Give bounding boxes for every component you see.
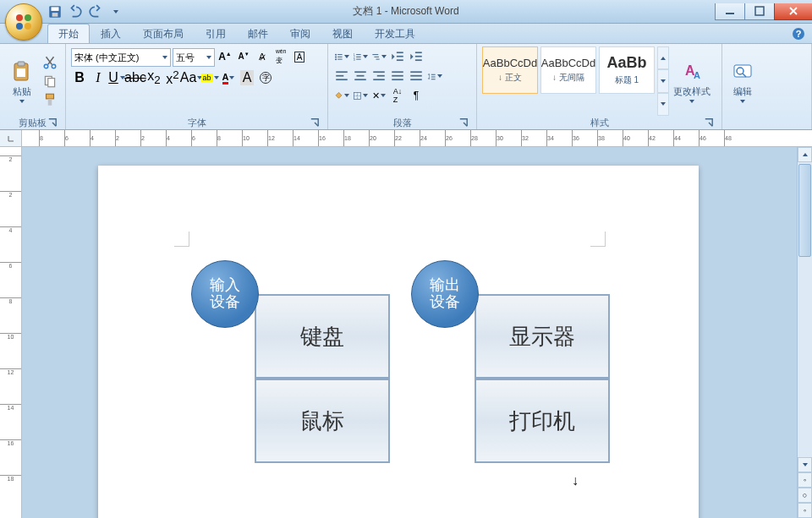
style-heading1[interactable]: AaBb标题 1: [599, 46, 655, 94]
multilevel-button[interactable]: [370, 48, 387, 65]
vertical-ruler[interactable]: 224681012141618: [0, 147, 22, 518]
close-button[interactable]: [774, 3, 812, 20]
scroll-track[interactable]: [798, 162, 812, 457]
chevron-down-icon: [661, 102, 666, 106]
font-size-combo[interactable]: 五号: [173, 48, 215, 67]
tab-insert[interactable]: 插入: [90, 24, 132, 43]
tab-review[interactable]: 审阅: [279, 24, 321, 43]
style-normal[interactable]: AaBbCcDd↓ 正文: [482, 46, 538, 94]
styles-row-down[interactable]: [657, 69, 669, 92]
change-styles-button[interactable]: AA 更改样式: [672, 46, 712, 116]
shading-button[interactable]: [333, 87, 350, 104]
italic-button[interactable]: I: [90, 69, 107, 86]
minimize-button[interactable]: [715, 3, 745, 20]
chevron-down-icon: [162, 56, 167, 59]
paragraph-dialog-launcher[interactable]: [458, 117, 469, 128]
scroll-down-button[interactable]: [798, 457, 812, 472]
scroll-up-button[interactable]: [798, 147, 812, 162]
character-border-button[interactable]: A: [291, 48, 308, 65]
office-logo-icon: [14, 12, 34, 32]
svg-rect-34: [376, 58, 380, 59]
borders-button[interactable]: [352, 87, 369, 104]
decrease-indent-button[interactable]: [389, 48, 406, 65]
font-group-label: 字体: [188, 117, 206, 129]
shape-rect-printer[interactable]: 打印机: [475, 379, 610, 463]
qat-customize[interactable]: [108, 4, 123, 19]
copy-button[interactable]: [41, 73, 58, 90]
strikethrough-button[interactable]: abc: [127, 69, 144, 86]
asian-layout-button[interactable]: ✕: [370, 87, 387, 104]
font-name-combo[interactable]: 宋体 (中文正文): [71, 48, 171, 67]
align-right-button[interactable]: [370, 68, 387, 85]
browse-object-button[interactable]: ○: [798, 488, 812, 503]
enclose-char-button[interactable]: 字: [257, 69, 274, 86]
styles-row-up[interactable]: [657, 46, 669, 69]
clear-formatting-button[interactable]: A̷: [254, 48, 271, 65]
prev-page-button[interactable]: ◦: [798, 472, 812, 488]
line-spacing-button[interactable]: [426, 68, 443, 85]
svg-rect-23: [337, 56, 343, 57]
shape-rect-monitor[interactable]: 显示器: [475, 294, 610, 379]
redo-icon: [88, 4, 103, 19]
highlight-icon: ab: [201, 74, 213, 82]
align-center-button[interactable]: [352, 68, 369, 85]
next-page-button[interactable]: ◦: [798, 503, 812, 518]
horizontal-ruler[interactable]: 8642246810121416182022242628303234363840…: [22, 130, 812, 146]
qat-save[interactable]: [47, 4, 63, 19]
editing-button[interactable]: 编辑: [727, 46, 758, 116]
shrink-font-button[interactable]: A▼: [235, 48, 252, 65]
tab-developer[interactable]: 开发工具: [364, 24, 426, 43]
format-painter-button[interactable]: [41, 91, 58, 108]
show-marks-button[interactable]: ¶: [408, 87, 425, 104]
distributed-button[interactable]: [408, 68, 425, 85]
borders-icon: [353, 91, 362, 101]
phonetic-guide-button[interactable]: wén变: [272, 48, 289, 65]
grow-font-button[interactable]: A▲: [217, 48, 233, 65]
tab-mailings[interactable]: 邮件: [237, 24, 279, 43]
help-button[interactable]: ?: [792, 27, 805, 41]
superscript-button[interactable]: x2: [164, 69, 181, 86]
char-shading-button[interactable]: A: [239, 69, 255, 86]
tab-selector[interactable]: [0, 130, 22, 146]
shrink-font-icon: A▼: [238, 52, 249, 61]
launcher-icon: [703, 117, 715, 128]
style-nospacing[interactable]: AaBbCcDd↓ 无间隔: [540, 46, 596, 94]
tab-home[interactable]: 开始: [47, 24, 90, 43]
tab-references[interactable]: 引用: [195, 24, 237, 43]
styles-dialog-launcher[interactable]: [703, 117, 715, 128]
increase-indent-button[interactable]: [408, 48, 425, 65]
clipboard-dialog-launcher[interactable]: [47, 117, 58, 128]
shape-rect-keyboard[interactable]: 键盘: [255, 294, 390, 379]
paste-button[interactable]: 粘贴: [5, 46, 39, 116]
tab-view[interactable]: 视图: [321, 24, 364, 43]
bold-icon: B: [74, 70, 85, 85]
chevron-down-icon: [661, 79, 666, 83]
font-dialog-launcher[interactable]: [309, 117, 321, 128]
bullets-button[interactable]: [333, 48, 350, 65]
document-area[interactable]: 输入 设备 键盘 鼠标 输出 设备 显示器 打印机 ↓: [22, 147, 797, 518]
highlight-button[interactable]: ab: [201, 69, 218, 86]
styles-expand[interactable]: [657, 93, 669, 116]
tab-pagelayout[interactable]: 页面布局: [132, 24, 195, 43]
office-button[interactable]: [5, 3, 42, 41]
qat-redo[interactable]: [88, 4, 103, 19]
sort-button[interactable]: A↓Z: [389, 87, 406, 104]
subscript-button[interactable]: x2: [145, 69, 162, 86]
shape-circle-input[interactable]: 输入 设备: [191, 260, 259, 328]
underline-button[interactable]: U: [108, 69, 125, 86]
svg-rect-46: [354, 79, 366, 80]
numbering-button[interactable]: 123: [352, 48, 369, 65]
chevron-down-icon: [19, 100, 25, 103]
cut-button[interactable]: [41, 54, 58, 71]
justify-button[interactable]: [389, 68, 406, 85]
chevron-down-icon: [113, 10, 118, 14]
shape-rect-mouse[interactable]: 鼠标: [255, 379, 390, 463]
change-case-button[interactable]: Aa: [183, 69, 200, 86]
bold-button[interactable]: B: [71, 69, 88, 86]
shape-circle-output[interactable]: 输出 设备: [411, 260, 479, 328]
align-left-button[interactable]: [333, 68, 350, 85]
font-color-button[interactable]: A: [220, 69, 237, 86]
qat-undo[interactable]: [68, 4, 83, 19]
scroll-thumb[interactable]: [798, 164, 811, 257]
maximize-button[interactable]: [744, 3, 775, 20]
